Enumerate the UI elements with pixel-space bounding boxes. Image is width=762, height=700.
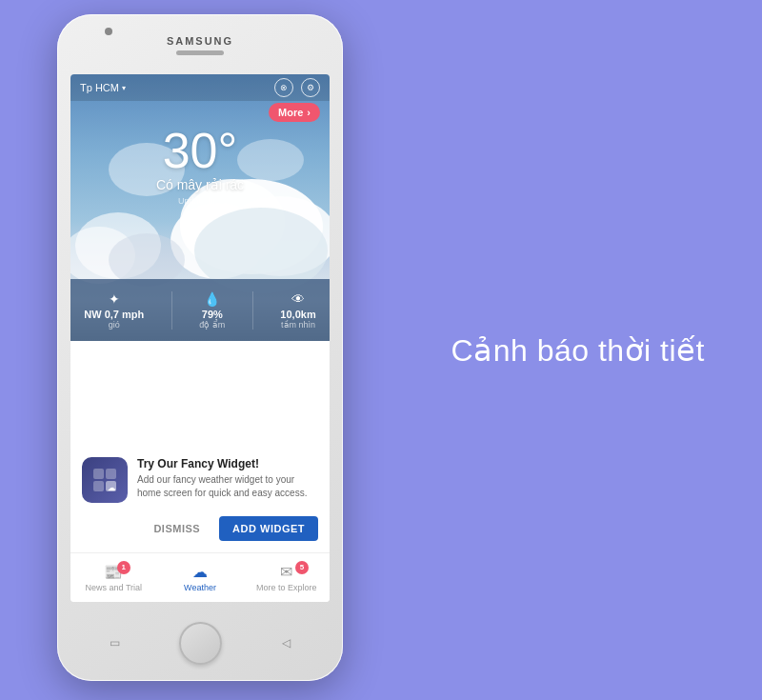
stat-visibility: 👁 10,0km tầm nhìn (280, 291, 315, 330)
phone-shell: SAMSUNG Tp HCM ▾ ⊗ ⚙ (57, 14, 343, 681)
status-settings-icon[interactable]: ⚙ (301, 78, 320, 97)
more-arrow-icon: › (307, 107, 311, 118)
status-wifi-icon[interactable]: ⊗ (274, 78, 293, 97)
widget-app-icon: ☁ (82, 457, 128, 503)
explore-label: More to Explore (256, 583, 317, 592)
status-location: Tp HCM ▾ (80, 82, 126, 93)
phone-camera (105, 28, 112, 35)
add-widget-button[interactable]: ADD WIDGET (219, 516, 318, 541)
nav-item-explore[interactable]: 5 ✉ More to Explore (243, 563, 330, 592)
more-label: More (278, 107, 303, 118)
location-dropdown-icon: ▾ (122, 84, 126, 92)
news-label: News and Trial (86, 583, 143, 592)
phone-mockup: SAMSUNG Tp HCM ▾ ⊗ ⚙ (57, 14, 343, 681)
recent-apps-button[interactable]: ▭ (105, 633, 124, 652)
stat-divider-1 (171, 291, 172, 330)
wind-value: NW 0,7 mph (84, 309, 144, 320)
visibility-icon: 👁 (291, 291, 305, 307)
widget-title: Try Our Fancy Widget! (137, 457, 318, 470)
nav-item-weather[interactable]: ☁ Weather (157, 563, 244, 592)
home-button[interactable] (179, 622, 222, 665)
status-bar: Tp HCM ▾ ⊗ ⚙ (70, 74, 330, 101)
location-text: Tp HCM (80, 82, 119, 93)
widget-promo-inner: ☁ Try Our Fancy Widget! Add our fancy we… (82, 457, 318, 503)
page-tagline: Cảnh báo thời tiết (451, 332, 705, 369)
wind-icon: ✦ (109, 291, 120, 307)
phone-speaker (176, 50, 224, 55)
weather-icon: ☁ (192, 563, 208, 581)
widget-icon-svg: ☁ (91, 467, 118, 493)
weather-stats-row: ✦ NW 0,7 mph gió 💧 79% độ ẩm 👁 10,0km (70, 279, 330, 341)
status-icons: ⊗ ⚙ (274, 78, 320, 97)
nav-item-news[interactable]: 1 📰 News and Trial (70, 563, 157, 592)
news-badge: 1 (117, 561, 130, 574)
dismiss-button[interactable]: DISMISS (144, 517, 210, 540)
back-button[interactable]: ◁ (276, 633, 295, 652)
weather-description: Có mây rải rác (70, 177, 330, 192)
widget-actions: DISMISS ADD WIDGET (82, 516, 318, 541)
explore-icon: ✉ (280, 563, 292, 581)
bottom-navigation: 1 📰 News and Trial ☁ Weather 5 ✉ More to… (70, 552, 330, 602)
more-button[interactable]: More › (269, 103, 320, 122)
stat-divider-2 (252, 291, 253, 330)
weather-label: Weather (184, 583, 216, 592)
humidity-icon: 💧 (204, 291, 220, 307)
visibility-value: 10,0km (280, 309, 315, 320)
stat-wind: ✦ NW 0,7 mph gió (84, 291, 144, 330)
temperature-display: 30° (70, 122, 330, 179)
svg-rect-12 (93, 481, 104, 491)
phone-nav-buttons: ▭ ◁ (105, 622, 295, 665)
weather-background: More › 30° Có mây rải rác Update lú... ✦… (70, 74, 330, 341)
stat-humidity: 💧 79% độ ẩm (199, 291, 225, 330)
svg-rect-11 (106, 469, 116, 479)
svg-text:☁: ☁ (108, 484, 115, 492)
visibility-label: tầm nhìn (281, 320, 315, 330)
phone-bottom-bar: ▭ ◁ (57, 606, 343, 681)
widget-description: Add our fancy weather widget to your hom… (137, 473, 318, 500)
widget-promo-card: ☁ Try Our Fancy Widget! Add our fancy we… (70, 444, 330, 554)
phone-brand: SAMSUNG (167, 35, 233, 47)
humidity-value: 79% (202, 309, 223, 320)
explore-badge: 5 (295, 561, 309, 574)
humidity-label: độ ẩm (199, 320, 225, 330)
widget-text-block: Try Our Fancy Widget! Add our fancy weat… (137, 457, 318, 500)
weather-update-text: Update lú... (70, 196, 330, 206)
wind-label: gió (109, 320, 120, 330)
svg-rect-10 (93, 469, 104, 479)
phone-top-bar: SAMSUNG (57, 14, 343, 70)
phone-screen: Tp HCM ▾ ⊗ ⚙ (70, 74, 330, 602)
